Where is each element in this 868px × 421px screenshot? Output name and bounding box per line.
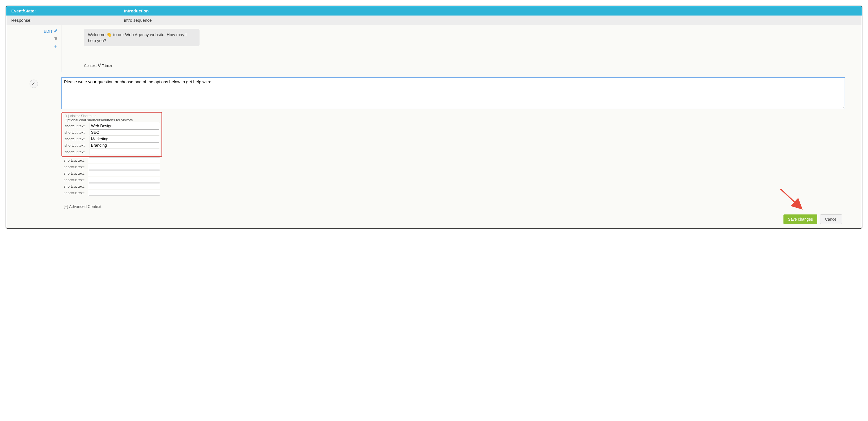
shortcuts-description: Optional chat shortcuts/buttons for visi… — [65, 118, 159, 122]
response-header: Response: intro sequence — [6, 16, 862, 25]
event-label: Event/State: — [11, 8, 124, 13]
shortcut-label: shortcut text: — [65, 150, 89, 154]
shortcut-label: shortcut text: — [64, 171, 88, 175]
delete-button[interactable] — [54, 36, 58, 42]
event-header: Event/State: Introduction — [6, 6, 862, 16]
shortcut-row: shortcut text: — [64, 157, 160, 163]
shortcut-input-7[interactable] — [89, 164, 160, 170]
save-button[interactable]: Save changes — [783, 215, 817, 224]
response-value: intro sequence — [124, 18, 857, 23]
pencil-icon — [54, 29, 58, 34]
response-textarea[interactable] — [61, 77, 845, 109]
shortcut-row: shortcut text: — [64, 164, 160, 170]
cancel-button[interactable]: Cancel — [820, 215, 842, 224]
plus-icon — [54, 45, 58, 50]
event-value: Introduction — [124, 8, 857, 13]
shortcuts-toggle[interactable]: [+] Visitor Shortcuts — [65, 114, 159, 118]
shortcut-input-5[interactable] — [90, 149, 159, 155]
shortcut-input-11[interactable] — [89, 190, 160, 196]
shortcut-label: shortcut text: — [65, 124, 89, 128]
shortcut-row: shortcut text: — [64, 177, 160, 183]
shortcut-row: shortcut text: — [65, 142, 159, 148]
add-button[interactable] — [54, 45, 58, 50]
chat-bubble: Welcome 👋 to our Web Agency website. How… — [84, 29, 199, 46]
trash-icon — [54, 37, 58, 41]
shortcut-row: shortcut text: — [65, 149, 159, 155]
shortcut-label: shortcut text: — [64, 158, 88, 163]
shortcut-input-4[interactable] — [90, 142, 159, 148]
shortcut-label: shortcut text: — [65, 137, 89, 141]
shortcut-row: shortcut text: — [64, 183, 160, 189]
shortcuts-highlight-box: [+] Visitor Shortcuts Optional chat shor… — [61, 112, 162, 157]
shortcut-row: shortcut text: — [65, 123, 159, 129]
shortcut-row: shortcut text: — [64, 190, 160, 196]
advanced-context-toggle[interactable]: [+] Advanced Context — [61, 204, 845, 209]
shortcut-input-6[interactable] — [89, 157, 160, 163]
response-label: Response: — [11, 18, 124, 23]
timer-badge: Timer — [98, 63, 113, 68]
context-label: Context — [84, 63, 97, 68]
welcome-text-pre: Welcome — [88, 32, 106, 37]
edit-indicator — [30, 80, 38, 88]
shortcut-input-10[interactable] — [89, 183, 160, 189]
edit-button[interactable]: EDIT — [44, 29, 58, 34]
shortcut-label: shortcut text: — [64, 165, 88, 169]
shortcut-row: shortcut text: — [65, 136, 159, 142]
timer-text: Timer — [102, 63, 113, 68]
shortcut-row: shortcut text: — [65, 129, 159, 136]
context-row: Context Timer — [84, 63, 839, 68]
edit-label: EDIT — [44, 29, 53, 34]
shortcut-label: shortcut text: — [65, 130, 89, 135]
wave-icon: 👋 — [106, 32, 112, 37]
shortcut-input-1[interactable] — [90, 123, 159, 129]
shortcut-label: shortcut text: — [65, 143, 89, 147]
shortcut-input-3[interactable] — [90, 136, 159, 142]
shortcut-input-9[interactable] — [89, 177, 160, 183]
shortcut-input-8[interactable] — [89, 170, 160, 176]
shortcut-row: shortcut text: — [64, 170, 160, 176]
clock-icon — [98, 63, 101, 68]
shortcut-label: shortcut text: — [64, 184, 88, 189]
shortcut-label: shortcut text: — [64, 191, 88, 195]
pencil-icon — [32, 81, 36, 86]
shortcut-label: shortcut text: — [64, 178, 88, 182]
shortcut-input-2[interactable] — [90, 129, 159, 136]
